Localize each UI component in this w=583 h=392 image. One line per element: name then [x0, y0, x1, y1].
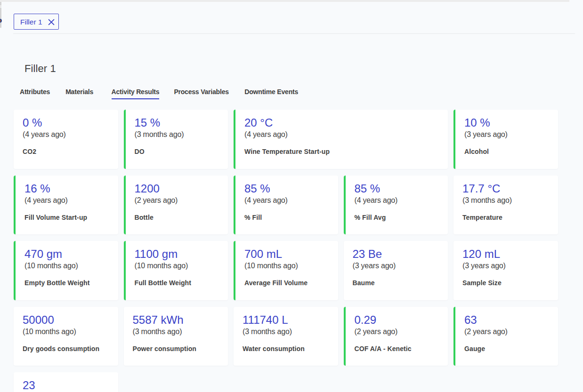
- metric-time-ago: (2 years ago): [135, 196, 221, 205]
- metric-time-ago: (2 years ago): [355, 328, 441, 336]
- metric-label: Fill Volume Start-up: [24, 214, 111, 222]
- tab-activity-results[interactable]: Activity Results: [112, 88, 160, 99]
- metric-value: 85 %: [355, 182, 441, 195]
- metric-time-ago: (4 years ago): [23, 130, 111, 139]
- top-toolbar-edge: [0, 0, 569, 2]
- metric-card[interactable]: 1100 gm(10 months ago)Full Bottle Weight: [124, 241, 228, 300]
- metric-card[interactable]: 0.29(2 years ago)COF A/A - Kenetic: [344, 307, 448, 366]
- metric-value: 23 Be: [353, 248, 441, 261]
- metric-value: 50000: [23, 313, 111, 327]
- metric-value: 10 %: [464, 116, 551, 129]
- metric-label: % Fill Avg: [355, 214, 441, 222]
- metric-value: 15 %: [135, 116, 221, 129]
- metric-time-ago: (3 years ago): [464, 130, 551, 139]
- metric-time-ago: (3 years ago): [462, 262, 551, 270]
- metric-value: 120 mL: [462, 248, 551, 261]
- metric-value: 20 °C: [244, 116, 440, 129]
- metric-time-ago: (3 months ago): [135, 130, 221, 139]
- metric-card-grid: 0 %(4 years ago)CO215 %(3 months ago)DO2…: [14, 110, 558, 392]
- metric-value: 23: [23, 379, 111, 392]
- metric-card[interactable]: 120 mL(3 years ago)Sample Size: [453, 241, 558, 300]
- collapsed-drawer-edge: [0, 2, 1, 28]
- metric-label: Gauge: [464, 345, 551, 353]
- metric-card[interactable]: 0 %(4 years ago)CO2: [14, 110, 118, 169]
- metric-value: 16 %: [24, 182, 111, 195]
- metric-card[interactable]: 50000(10 months ago)Dry goods consumptio…: [14, 307, 118, 366]
- metric-label: Sample Size: [462, 279, 551, 287]
- metric-card[interactable]: 23 Be(3 years ago)Baume: [344, 241, 448, 300]
- metric-label: Alcohol: [464, 148, 551, 156]
- metric-value: 1200: [135, 182, 221, 195]
- metric-card[interactable]: 5587 kWh(3 months ago)Power consumption: [124, 307, 228, 366]
- filter-chip-filler-1[interactable]: Filler 1: [14, 14, 59, 30]
- metric-card[interactable]: 111740 L(3 months ago)Water consumption: [234, 307, 338, 366]
- metric-time-ago: (3 months ago): [133, 328, 221, 336]
- metric-label: COF A/A - Kenetic: [355, 345, 441, 353]
- metric-card[interactable]: 16 %(4 years ago)Fill Volume Start-up: [14, 176, 118, 235]
- metric-label: Baume: [353, 279, 441, 287]
- metric-time-ago: (3 months ago): [243, 328, 331, 336]
- metric-value: 111740 L: [243, 313, 331, 327]
- metric-card[interactable]: 85 %(4 years ago)% Fill Avg: [344, 176, 448, 235]
- metric-card[interactable]: 15 %(3 months ago)DO: [124, 110, 228, 169]
- metric-value: 700 mL: [244, 248, 331, 261]
- metric-time-ago: (10 months ago): [135, 262, 221, 270]
- tab-downtime-events[interactable]: Downtime Events: [244, 88, 298, 99]
- metric-time-ago: (4 years ago): [244, 196, 331, 205]
- metric-value: 63: [464, 313, 551, 327]
- metric-label: Water consumption: [243, 345, 331, 353]
- metric-label: Temperature: [462, 214, 551, 222]
- metric-label: Full Bottle Weight: [135, 279, 221, 287]
- metric-card[interactable]: 470 gm(10 months ago)Empty Bottle Weight: [14, 241, 118, 300]
- metric-card[interactable]: 10 %(3 years ago)Alcohol: [453, 110, 558, 169]
- metric-card[interactable]: 63(2 years ago)Gauge: [453, 307, 558, 366]
- drawer-notch: [0, 5, 1, 8]
- tab-materials[interactable]: Materials: [65, 88, 93, 99]
- metric-value: 0.29: [355, 313, 441, 327]
- metric-card[interactable]: 20 °C(4 years ago)Wine Temperature Start…: [234, 110, 448, 169]
- tab-bar: AttributesMaterialsActivity ResultsProce…: [20, 88, 298, 99]
- metric-card[interactable]: 17.7 °C(3 months ago)Temperature: [453, 176, 558, 235]
- filter-chip-label: Filler 1: [20, 18, 42, 26]
- metric-value: 17.7 °C: [462, 182, 551, 195]
- metric-value: 1100 gm: [135, 248, 221, 261]
- metric-label: Dry goods consumption: [23, 345, 111, 353]
- metric-time-ago: (10 months ago): [24, 262, 111, 270]
- metric-label: Empty Bottle Weight: [24, 279, 111, 287]
- tab-process-variables[interactable]: Process Variables: [174, 88, 228, 99]
- metric-time-ago: (3 months ago): [462, 196, 551, 205]
- metric-label: Average Fill Volume: [244, 279, 331, 287]
- metric-value: 470 gm: [24, 248, 111, 261]
- metric-card[interactable]: 700 mL(10 months ago)Average Fill Volume: [234, 241, 338, 300]
- metric-card[interactable]: 1200(2 years ago)Bottle: [124, 176, 228, 235]
- tab-attributes[interactable]: Attributes: [20, 88, 50, 99]
- metric-card[interactable]: 23: [14, 372, 118, 392]
- metric-value: 85 %: [244, 182, 331, 195]
- metric-label: CO2: [23, 148, 111, 156]
- metric-time-ago: (4 years ago): [355, 196, 441, 205]
- metric-time-ago: (10 months ago): [244, 262, 331, 270]
- header-divider: [13, 33, 575, 34]
- metric-time-ago: (10 months ago): [23, 328, 111, 336]
- page-title: Filler 1: [24, 63, 56, 75]
- metric-value: 0 %: [23, 116, 111, 129]
- metric-time-ago: (3 years ago): [353, 262, 441, 270]
- metric-label: % Fill: [244, 214, 331, 222]
- drawer-logo-icon: [0, 19, 2, 23]
- close-icon[interactable]: [48, 19, 55, 25]
- metric-card[interactable]: 85 %(4 years ago)% Fill: [234, 176, 338, 235]
- metric-label: Power consumption: [133, 345, 221, 353]
- metric-time-ago: (4 years ago): [24, 196, 111, 205]
- metric-value: 5587 kWh: [133, 313, 221, 327]
- metric-label: Bottle: [135, 214, 221, 222]
- metric-time-ago: (4 years ago): [244, 130, 440, 139]
- metric-label: DO: [135, 148, 221, 156]
- metric-time-ago: (2 years ago): [464, 328, 551, 336]
- metric-label: Wine Temperature Start-up: [244, 148, 440, 156]
